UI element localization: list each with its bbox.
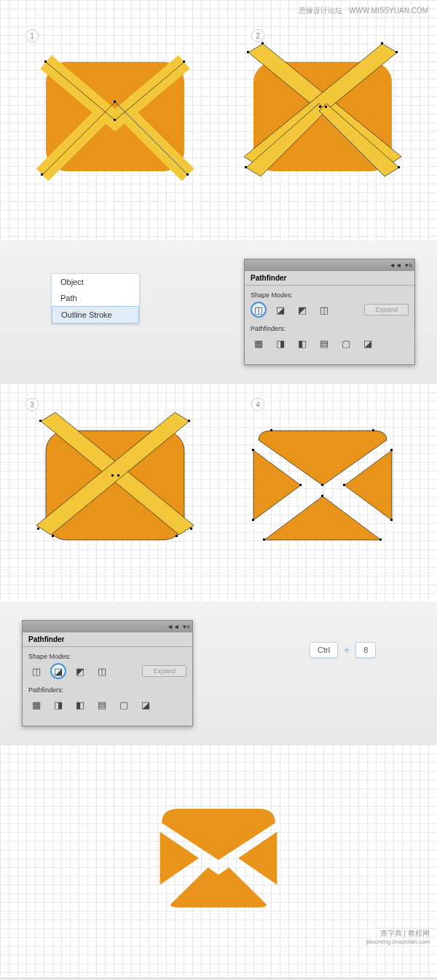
expand-button[interactable]: Expand <box>364 304 409 315</box>
svg-rect-29 <box>52 535 54 537</box>
svg-rect-19 <box>398 166 400 168</box>
context-menu: Object Path Outline Stroke <box>51 273 140 324</box>
pathfinder-panel-2: ◄◄ ▾≡ Pathfinder Shape Modes: ◫ ◪ ◩ ◫ Ex… <box>22 620 193 726</box>
svg-rect-41 <box>379 538 382 541</box>
svg-rect-20 <box>46 431 184 540</box>
expand-button[interactable]: Expand <box>142 665 186 677</box>
pathfinder-tab[interactable]: Pathfinder <box>23 632 192 647</box>
shape-modes-label: Shape Modes: <box>28 653 186 660</box>
svg-rect-39 <box>343 484 345 486</box>
svg-rect-32 <box>372 429 374 431</box>
svg-rect-24 <box>188 420 190 422</box>
divide-icon[interactable]: ▦ <box>28 697 44 713</box>
minus-front-icon[interactable]: ◪ <box>50 663 66 679</box>
svg-rect-12 <box>247 51 249 53</box>
minus-back-icon[interactable]: ◪ <box>138 697 154 713</box>
menu-outline-stroke[interactable]: Outline Stroke <box>52 306 139 324</box>
minus-back-icon[interactable]: ◪ <box>360 335 376 351</box>
plus-icon: + <box>344 644 350 656</box>
artwork-step-1[interactable] <box>20 22 210 211</box>
outline-icon[interactable]: ▢ <box>338 335 354 351</box>
svg-rect-38 <box>299 484 302 486</box>
svg-rect-40 <box>263 538 265 541</box>
divide-icon[interactable]: ▦ <box>251 335 267 351</box>
artwork-step-4[interactable] <box>228 398 417 587</box>
svg-rect-17 <box>325 106 327 108</box>
key-8: 8 <box>355 642 376 658</box>
svg-rect-27 <box>37 528 39 530</box>
svg-rect-25 <box>111 474 114 477</box>
svg-rect-18 <box>245 166 247 168</box>
svg-rect-6 <box>114 101 116 103</box>
svg-rect-23 <box>39 420 42 422</box>
svg-rect-14 <box>395 51 398 53</box>
svg-rect-13 <box>261 42 264 44</box>
svg-rect-1 <box>44 60 47 63</box>
svg-rect-37 <box>321 484 323 486</box>
svg-rect-2 <box>183 60 185 63</box>
svg-rect-26 <box>117 474 119 477</box>
shape-modes-label: Shape Modes: <box>251 291 409 299</box>
panel-menu-icon[interactable]: ▾≡ <box>405 262 412 269</box>
pathfinders-label: Pathfinders: <box>251 325 409 332</box>
footer-watermark: 查字典 | 教程网 jiaocheng.chazidian.com <box>366 928 430 945</box>
svg-rect-33 <box>252 449 254 451</box>
keyboard-shortcut: Ctrl + 8 <box>310 642 376 658</box>
svg-rect-3 <box>114 119 116 121</box>
intersect-icon[interactable]: ◩ <box>72 663 88 679</box>
svg-rect-31 <box>270 429 272 431</box>
panel-menu-icon[interactable]: ▾≡ <box>183 623 190 630</box>
minus-front-icon[interactable]: ◪ <box>272 302 288 318</box>
svg-rect-36 <box>390 519 393 521</box>
svg-rect-35 <box>252 519 254 521</box>
merge-icon[interactable]: ◧ <box>294 335 310 351</box>
menu-object[interactable]: Object <box>52 274 139 290</box>
unite-icon[interactable]: ◫ <box>251 302 267 318</box>
svg-rect-15 <box>381 42 383 44</box>
crop-icon[interactable]: ▤ <box>94 697 110 713</box>
panel-collapse-icon[interactable]: ◄◄ <box>167 623 180 630</box>
merge-icon[interactable]: ◧ <box>72 697 88 713</box>
pathfinder-panel: ◄◄ ▾≡ Pathfinder Shape Modes: ◫ ◪ ◩ ◫ Ex… <box>244 259 415 365</box>
exclude-icon[interactable]: ◫ <box>94 663 110 679</box>
watermark: 思缘设计论坛 WWW.MISSYUAN.COM <box>299 6 428 16</box>
exclude-icon[interactable]: ◫ <box>316 302 332 318</box>
key-ctrl: Ctrl <box>310 642 338 658</box>
menu-path[interactable]: Path <box>52 290 139 306</box>
trim-icon[interactable]: ◨ <box>50 697 66 713</box>
svg-rect-30 <box>176 535 178 537</box>
intersect-icon[interactable]: ◩ <box>294 302 310 318</box>
crop-icon[interactable]: ▤ <box>316 335 332 351</box>
trim-icon[interactable]: ◨ <box>272 335 288 351</box>
svg-rect-16 <box>319 106 321 108</box>
final-mail-icon <box>138 781 299 941</box>
svg-rect-34 <box>390 449 393 451</box>
pathfinders-label: Pathfinders: <box>28 686 186 694</box>
panel-collapse-icon[interactable]: ◄◄ <box>389 262 402 269</box>
artwork-step-3[interactable] <box>20 398 210 587</box>
svg-rect-42 <box>321 495 323 497</box>
unite-icon[interactable]: ◫ <box>28 663 44 679</box>
artwork-step-2[interactable] <box>228 22 417 211</box>
svg-rect-4 <box>41 173 43 176</box>
svg-rect-28 <box>190 528 192 530</box>
pathfinder-tab[interactable]: Pathfinder <box>245 271 414 286</box>
svg-rect-5 <box>186 173 189 176</box>
outline-icon[interactable]: ▢ <box>116 697 132 713</box>
